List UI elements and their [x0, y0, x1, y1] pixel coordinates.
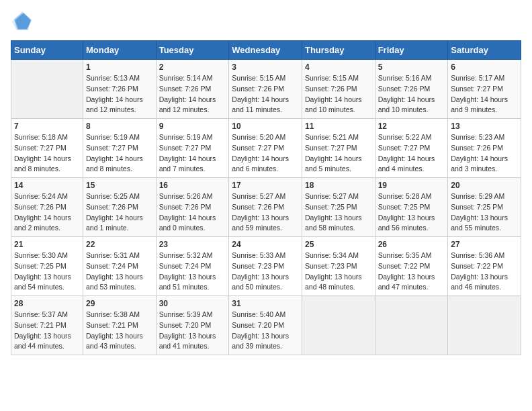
calendar-cell: [302, 296, 375, 355]
day-number: 14: [14, 181, 80, 190]
calendar-cell: 19Sunrise: 5:28 AM Sunset: 7:25 PM Dayli…: [375, 178, 448, 237]
day-number: 6: [451, 62, 518, 72]
calendar-cell: 12Sunrise: 5:22 AM Sunset: 7:27 PM Dayli…: [375, 119, 448, 178]
day-number: 13: [451, 122, 518, 131]
week-row-2: 7Sunrise: 5:18 AM Sunset: 7:27 PM Daylig…: [11, 119, 521, 178]
calendar-cell: 22Sunrise: 5:31 AM Sunset: 7:24 PM Dayli…: [83, 237, 157, 296]
day-info: Sunrise: 5:29 AM Sunset: 7:25 PM Dayligh…: [451, 191, 518, 234]
day-info: Sunrise: 5:31 AM Sunset: 7:24 PM Dayligh…: [86, 250, 153, 293]
page-header: [11, 11, 521, 32]
day-header-tuesday: Tuesday: [156, 41, 229, 60]
day-info: Sunrise: 5:14 AM Sunset: 7:26 PM Dayligh…: [159, 73, 226, 116]
day-number: 12: [378, 122, 445, 131]
day-info: Sunrise: 5:19 AM Sunset: 7:27 PM Dayligh…: [159, 132, 226, 175]
day-number: 30: [159, 299, 226, 308]
week-row-5: 28Sunrise: 5:37 AM Sunset: 7:21 PM Dayli…: [11, 296, 521, 355]
day-info: Sunrise: 5:39 AM Sunset: 7:20 PM Dayligh…: [159, 310, 226, 352]
day-info: Sunrise: 5:15 AM Sunset: 7:26 PM Dayligh…: [232, 73, 299, 116]
calendar-cell: 27Sunrise: 5:36 AM Sunset: 7:22 PM Dayli…: [448, 237, 521, 296]
day-number: 17: [232, 181, 299, 190]
calendar-cell: 15Sunrise: 5:25 AM Sunset: 7:26 PM Dayli…: [83, 178, 157, 237]
day-number: 19: [378, 181, 445, 190]
calendar-cell: 28Sunrise: 5:37 AM Sunset: 7:21 PM Dayli…: [11, 296, 83, 355]
calendar-cell: 17Sunrise: 5:27 AM Sunset: 7:26 PM Dayli…: [229, 178, 302, 237]
day-info: Sunrise: 5:19 AM Sunset: 7:27 PM Dayligh…: [86, 132, 153, 175]
day-number: 2: [159, 62, 226, 72]
calendar-cell: 10Sunrise: 5:20 AM Sunset: 7:27 PM Dayli…: [229, 119, 302, 178]
day-info: Sunrise: 5:37 AM Sunset: 7:21 PM Dayligh…: [14, 310, 80, 352]
day-number: 4: [305, 62, 372, 72]
day-number: 3: [232, 62, 299, 72]
day-info: Sunrise: 5:38 AM Sunset: 7:21 PM Dayligh…: [86, 310, 153, 352]
day-header-sunday: Sunday: [11, 41, 83, 60]
day-info: Sunrise: 5:13 AM Sunset: 7:26 PM Dayligh…: [86, 73, 153, 116]
day-info: Sunrise: 5:34 AM Sunset: 7:23 PM Dayligh…: [305, 250, 372, 293]
calendar-cell: 24Sunrise: 5:33 AM Sunset: 7:23 PM Dayli…: [229, 237, 302, 296]
calendar-cell: 4Sunrise: 5:15 AM Sunset: 7:26 PM Daylig…: [302, 60, 375, 119]
day-number: 28: [14, 299, 80, 308]
day-info: Sunrise: 5:40 AM Sunset: 7:20 PM Dayligh…: [232, 310, 299, 352]
day-number: 22: [86, 240, 153, 249]
calendar-cell: 6Sunrise: 5:17 AM Sunset: 7:27 PM Daylig…: [448, 60, 521, 119]
day-info: Sunrise: 5:22 AM Sunset: 7:27 PM Dayligh…: [378, 132, 445, 175]
day-info: Sunrise: 5:18 AM Sunset: 7:27 PM Dayligh…: [14, 132, 80, 175]
calendar-table: SundayMondayTuesdayWednesdayThursdayFrid…: [11, 40, 521, 355]
calendar-cell: 3Sunrise: 5:15 AM Sunset: 7:26 PM Daylig…: [229, 60, 302, 119]
day-info: Sunrise: 5:28 AM Sunset: 7:25 PM Dayligh…: [378, 191, 445, 234]
day-info: Sunrise: 5:24 AM Sunset: 7:26 PM Dayligh…: [14, 191, 80, 234]
calendar-cell: [375, 296, 448, 355]
day-number: 31: [232, 299, 299, 308]
calendar-cell: 5Sunrise: 5:16 AM Sunset: 7:26 PM Daylig…: [375, 60, 448, 119]
day-info: Sunrise: 5:25 AM Sunset: 7:26 PM Dayligh…: [86, 191, 153, 234]
day-info: Sunrise: 5:33 AM Sunset: 7:23 PM Dayligh…: [232, 250, 299, 293]
calendar-cell: 29Sunrise: 5:38 AM Sunset: 7:21 PM Dayli…: [83, 296, 157, 355]
calendar-cell: 1Sunrise: 5:13 AM Sunset: 7:26 PM Daylig…: [83, 60, 157, 119]
calendar-cell: 7Sunrise: 5:18 AM Sunset: 7:27 PM Daylig…: [11, 119, 83, 178]
day-header-monday: Monday: [83, 41, 157, 60]
calendar-cell: 23Sunrise: 5:32 AM Sunset: 7:24 PM Dayli…: [156, 237, 229, 296]
calendar-cell: 14Sunrise: 5:24 AM Sunset: 7:26 PM Dayli…: [11, 178, 83, 237]
day-info: Sunrise: 5:20 AM Sunset: 7:27 PM Dayligh…: [232, 132, 299, 175]
day-number: 25: [305, 240, 372, 249]
day-header-thursday: Thursday: [302, 41, 375, 60]
day-header-friday: Friday: [375, 41, 448, 60]
day-info: Sunrise: 5:16 AM Sunset: 7:26 PM Dayligh…: [378, 73, 445, 116]
calendar-cell: 16Sunrise: 5:26 AM Sunset: 7:26 PM Dayli…: [156, 178, 229, 237]
day-number: 7: [14, 122, 80, 131]
calendar-cell: 20Sunrise: 5:29 AM Sunset: 7:25 PM Dayli…: [448, 178, 521, 237]
day-number: 24: [232, 240, 299, 249]
day-number: 9: [159, 122, 226, 131]
day-number: 26: [378, 240, 445, 249]
day-header-wednesday: Wednesday: [229, 41, 302, 60]
day-number: 11: [305, 122, 372, 131]
day-info: Sunrise: 5:26 AM Sunset: 7:26 PM Dayligh…: [159, 191, 226, 234]
day-number: 10: [232, 122, 299, 131]
day-info: Sunrise: 5:27 AM Sunset: 7:25 PM Dayligh…: [305, 191, 372, 234]
day-info: Sunrise: 5:27 AM Sunset: 7:26 PM Dayligh…: [232, 191, 299, 234]
logo-icon: [11, 11, 32, 32]
calendar-cell: 9Sunrise: 5:19 AM Sunset: 7:27 PM Daylig…: [156, 119, 229, 178]
day-number: 8: [86, 122, 153, 131]
day-info: Sunrise: 5:23 AM Sunset: 7:26 PM Dayligh…: [451, 132, 518, 175]
day-number: 21: [14, 240, 80, 249]
day-info: Sunrise: 5:15 AM Sunset: 7:26 PM Dayligh…: [305, 73, 372, 116]
calendar-cell: [448, 296, 521, 355]
day-number: 5: [378, 62, 445, 72]
day-info: Sunrise: 5:17 AM Sunset: 7:27 PM Dayligh…: [451, 73, 518, 116]
calendar-cell: 31Sunrise: 5:40 AM Sunset: 7:20 PM Dayli…: [229, 296, 302, 355]
day-number: 18: [305, 181, 372, 190]
day-number: 1: [86, 62, 153, 72]
day-header-saturday: Saturday: [448, 41, 521, 60]
week-row-1: 1Sunrise: 5:13 AM Sunset: 7:26 PM Daylig…: [11, 60, 521, 119]
calendar-cell: 8Sunrise: 5:19 AM Sunset: 7:27 PM Daylig…: [83, 119, 157, 178]
day-headers-row: SundayMondayTuesdayWednesdayThursdayFrid…: [11, 41, 521, 60]
day-number: 29: [86, 299, 153, 308]
day-info: Sunrise: 5:30 AM Sunset: 7:25 PM Dayligh…: [14, 250, 80, 293]
day-info: Sunrise: 5:35 AM Sunset: 7:22 PM Dayligh…: [378, 250, 445, 293]
week-row-3: 14Sunrise: 5:24 AM Sunset: 7:26 PM Dayli…: [11, 178, 521, 237]
calendar-cell: 18Sunrise: 5:27 AM Sunset: 7:25 PM Dayli…: [302, 178, 375, 237]
logo: [11, 11, 35, 32]
calendar-cell: 30Sunrise: 5:39 AM Sunset: 7:20 PM Dayli…: [156, 296, 229, 355]
day-info: Sunrise: 5:36 AM Sunset: 7:22 PM Dayligh…: [451, 250, 518, 293]
calendar-cell: 25Sunrise: 5:34 AM Sunset: 7:23 PM Dayli…: [302, 237, 375, 296]
